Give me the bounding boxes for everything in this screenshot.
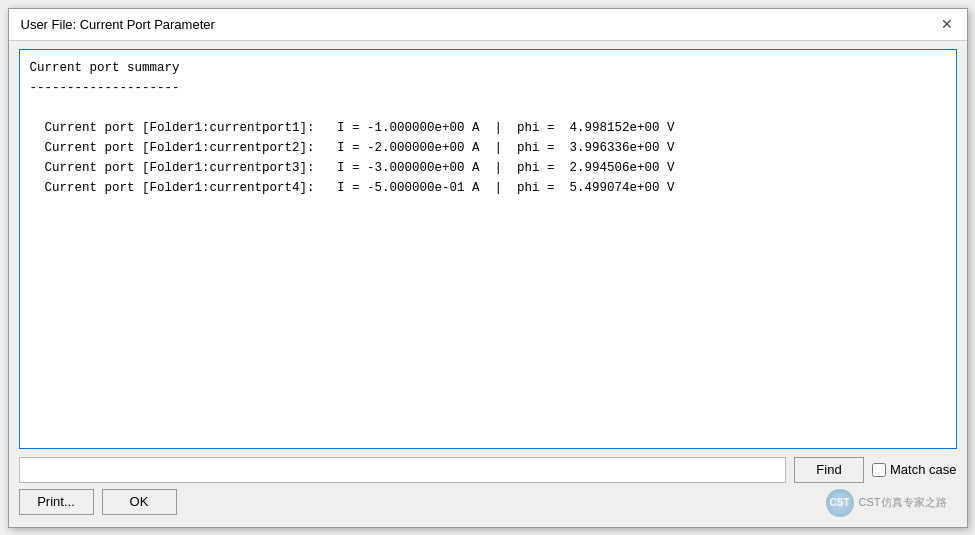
search-row: Find Match case — [19, 457, 957, 483]
watermark: CST CST仿真专家之路 — [826, 489, 947, 517]
print-button[interactable]: Print... — [19, 489, 94, 515]
search-input[interactable] — [19, 457, 787, 483]
find-button[interactable]: Find — [794, 457, 864, 483]
action-row: Print... OK CST CST仿真专家之路 — [19, 489, 957, 519]
text-area-container: Current port summary -------------------… — [19, 49, 957, 449]
window-title: User File: Current Port Parameter — [21, 17, 215, 32]
text-display[interactable]: Current port summary -------------------… — [20, 50, 956, 448]
watermark-text: CST仿真专家之路 — [859, 495, 947, 510]
match-case-label[interactable]: Match case — [872, 462, 956, 477]
dialog-window: User File: Current Port Parameter ✕ Curr… — [8, 8, 968, 528]
close-button[interactable]: ✕ — [935, 12, 959, 36]
title-bar: User File: Current Port Parameter ✕ — [9, 9, 967, 41]
ok-button[interactable]: OK — [102, 489, 177, 515]
watermark-logo: CST — [826, 489, 854, 517]
match-case-text: Match case — [890, 462, 956, 477]
match-case-checkbox[interactable] — [872, 463, 886, 477]
bottom-area: Find Match case Print... OK CST CST仿真专家之… — [19, 457, 957, 519]
dialog-content: Current port summary -------------------… — [9, 41, 967, 527]
